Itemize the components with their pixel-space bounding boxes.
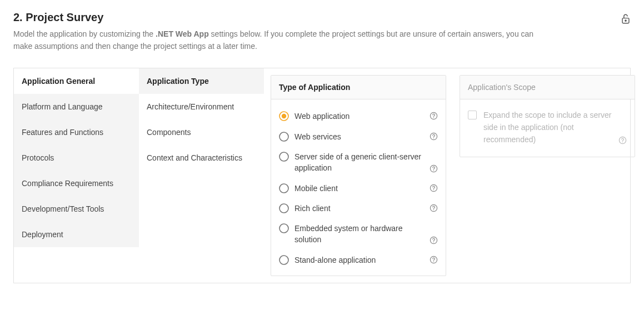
app-type-option[interactable]: Mobile client: [279, 178, 438, 198]
app-type-option[interactable]: Web application: [279, 106, 438, 126]
nav-level-1: Application GeneralPlatform and Language…: [14, 68, 139, 247]
panel-header-scope: Application's Scope: [460, 76, 635, 99]
radio-icon[interactable]: [279, 132, 289, 142]
page-title: 2. Project Survey: [13, 11, 569, 24]
lock-open-icon[interactable]: [621, 13, 631, 27]
nav2-item[interactable]: Architecture/Environment: [139, 94, 264, 119]
help-icon[interactable]: [430, 204, 438, 212]
svg-point-17: [433, 209, 434, 210]
type-of-application-panel: Type of Application Web applicationWeb s…: [271, 75, 446, 276]
nav1-item[interactable]: Application General: [14, 68, 139, 94]
radio-icon[interactable]: [279, 111, 289, 121]
svg-point-9: [279, 152, 288, 161]
svg-point-18: [279, 224, 288, 233]
svg-point-12: [279, 184, 288, 193]
scope-checkbox[interactable]: [468, 111, 477, 119]
radio-icon[interactable]: [279, 183, 289, 193]
radio-icon[interactable]: [279, 152, 289, 162]
nav1-item[interactable]: Platform and Language: [14, 94, 139, 119]
svg-point-6: [279, 132, 288, 141]
radio-icon[interactable]: [279, 203, 289, 213]
help-icon[interactable]: [430, 184, 438, 192]
nav-level-2: Application TypeArchitecture/Environment…: [139, 68, 264, 171]
svg-point-8: [433, 138, 434, 138]
nav1-item[interactable]: Features and Functions: [14, 119, 139, 145]
radio-label: Mobile client: [294, 183, 426, 194]
svg-point-11: [433, 170, 434, 171]
help-icon[interactable]: [430, 112, 438, 120]
svg-point-5: [433, 117, 434, 118]
help-icon[interactable]: [430, 236, 438, 244]
nav2-item[interactable]: Context and Characteristics: [139, 145, 264, 171]
radio-label: Rich client: [294, 203, 426, 214]
nav1-item[interactable]: Protocols: [14, 145, 139, 171]
radio-label: Embedded system or hardware solution: [294, 223, 426, 246]
radio-icon[interactable]: [279, 223, 289, 233]
radio-label: Web services: [294, 131, 426, 142]
app-type-option[interactable]: Server side of a generic client-server a…: [279, 147, 438, 178]
help-icon[interactable]: [430, 256, 438, 264]
svg-point-1: [625, 20, 626, 21]
nav2-item[interactable]: Components: [139, 119, 264, 145]
svg-point-14: [433, 189, 434, 190]
svg-point-21: [279, 256, 288, 264]
svg-point-15: [279, 204, 288, 213]
svg-point-25: [622, 142, 623, 142]
app-type-option[interactable]: Embedded system or hardware solution: [279, 218, 438, 250]
subtitle-pre: Model the application by customizing the: [13, 29, 156, 38]
nav2-item[interactable]: Application Type: [139, 68, 264, 94]
application-scope-panel: Application's Scope Expand the scope to …: [460, 75, 635, 157]
help-icon[interactable]: [430, 164, 438, 173]
subtitle-bold: .NET Web App: [156, 29, 209, 38]
radio-label: Web application: [294, 111, 426, 122]
help-icon[interactable]: [618, 136, 627, 144]
nav1-item[interactable]: Deployment: [14, 222, 139, 247]
app-type-option[interactable]: Stand-alone application: [279, 250, 438, 270]
radio-label: Stand-alone application: [294, 254, 426, 266]
app-type-option[interactable]: Rich client: [279, 198, 438, 218]
app-type-option[interactable]: Web services: [279, 127, 438, 147]
radio-icon[interactable]: [279, 255, 289, 265]
nav1-item[interactable]: Development/Test Tools: [14, 196, 139, 222]
nav1-item[interactable]: Compliance Requirements: [14, 171, 139, 196]
page-subtitle: Model the application by customizing the…: [13, 28, 552, 52]
survey-content: Application GeneralPlatform and Language…: [13, 68, 631, 283]
scope-checkbox-label: Expand the scope to include a server sid…: [483, 109, 615, 146]
svg-point-3: [282, 114, 286, 118]
help-icon[interactable]: [430, 132, 438, 141]
svg-point-23: [433, 261, 434, 262]
svg-point-20: [433, 242, 434, 242]
type-options-list: Web applicationWeb servicesServer side o…: [271, 99, 446, 276]
panel-header-type: Type of Application: [271, 76, 446, 99]
radio-label: Server side of a generic client-server a…: [294, 151, 426, 174]
